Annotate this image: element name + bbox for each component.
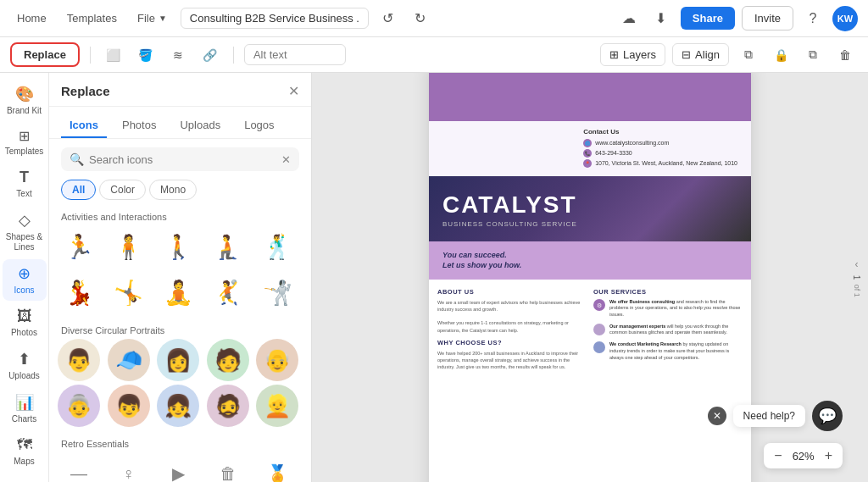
zoom-controls: − 62% + bbox=[764, 443, 843, 468]
group-icon[interactable]: ⧉ bbox=[736, 42, 761, 68]
portrait-item[interactable]: 🧑 bbox=[207, 339, 249, 381]
page-up-arrow[interactable]: ‹ bbox=[855, 258, 859, 269]
portrait-item[interactable]: 👴 bbox=[256, 339, 298, 381]
portrait-item[interactable]: 👩 bbox=[157, 339, 199, 381]
help-chat-button[interactable]: 💬 bbox=[812, 401, 843, 431]
opacity-icon[interactable]: ≋ bbox=[165, 42, 191, 68]
icon-item[interactable]: 🕺 bbox=[256, 225, 298, 268]
copy-icon[interactable]: ⧉ bbox=[800, 42, 826, 68]
sidebar-item-brand-kit[interactable]: 🎨 Brand Kit bbox=[3, 80, 47, 121]
sidebar-item-uploads[interactable]: ⬆ Uploads bbox=[3, 345, 47, 386]
help-close-button[interactable]: ✕ bbox=[708, 407, 726, 425]
align-button[interactable]: ⊟ Align bbox=[672, 43, 729, 66]
icon-item[interactable]: 🏃 bbox=[58, 225, 100, 268]
sidebar-item-templates[interactable]: ⊞ Templates bbox=[3, 123, 47, 162]
fill-icon[interactable]: 🪣 bbox=[133, 42, 159, 68]
doc-service-3: We conduct Marketing Research by staying… bbox=[593, 341, 743, 361]
doc-left-col: ABOUT US We are a small team of expert a… bbox=[437, 288, 587, 376]
tab-logos[interactable]: Logos bbox=[236, 114, 282, 138]
portrait-item[interactable]: 👧 bbox=[157, 385, 199, 427]
replace-button-active[interactable]: Replace bbox=[10, 42, 80, 67]
sidebar-item-charts-label: Charts bbox=[12, 414, 36, 424]
icon-item[interactable]: 🤸 bbox=[108, 271, 150, 313]
sidebar-item-photos[interactable]: 🖼 Photos bbox=[3, 302, 47, 343]
retro-icon-item[interactable]: ▶ bbox=[157, 452, 199, 482]
sidebar-item-text-label: Text bbox=[16, 189, 31, 199]
tab-uploads[interactable]: Uploads bbox=[171, 114, 229, 138]
toolbar-divider-2 bbox=[233, 47, 234, 64]
portrait-item[interactable]: 🧢 bbox=[108, 339, 150, 381]
retro-icon-item[interactable]: — bbox=[58, 452, 100, 482]
download-button[interactable]: ⬇ bbox=[648, 6, 674, 31]
website-icon: 🌐 bbox=[583, 139, 592, 147]
delete-icon[interactable]: 🗑 bbox=[832, 42, 858, 68]
tab-icons[interactable]: Icons bbox=[61, 114, 107, 138]
service-2-icon bbox=[593, 324, 605, 335]
share-button[interactable]: Share bbox=[681, 7, 735, 30]
document-title-input[interactable] bbox=[181, 8, 369, 29]
icon-item[interactable]: 🧘 bbox=[157, 271, 199, 313]
sidebar-item-charts[interactable]: 📊 Charts bbox=[3, 388, 47, 429]
icon-item[interactable]: 🤾 bbox=[207, 271, 249, 313]
doc-hero-title: CATALYST bbox=[442, 193, 737, 217]
sidebar-item-shapes[interactable]: ◇ Shapes & Lines bbox=[3, 206, 47, 258]
sidebar-item-maps-label: Maps bbox=[14, 457, 34, 467]
alt-text-input[interactable] bbox=[244, 44, 346, 65]
svg-point-3 bbox=[596, 344, 603, 351]
cloud-icon[interactable]: ☁ bbox=[616, 6, 642, 31]
sidebar-item-text[interactable]: T Text bbox=[3, 163, 47, 204]
zoom-plus-button[interactable]: + bbox=[821, 446, 836, 465]
icon-item[interactable]: 🧎 bbox=[207, 225, 249, 268]
service-3-text: We conduct Marketing Research by staying… bbox=[609, 341, 743, 361]
retro-icon-item[interactable]: 🏅 bbox=[256, 452, 298, 482]
tab-photos[interactable]: Photos bbox=[114, 114, 164, 138]
doc-why-title: WHY CHOOSE US? bbox=[437, 339, 587, 346]
help-text: Need help? bbox=[733, 405, 805, 427]
portrait-item[interactable]: 👵 bbox=[58, 385, 100, 427]
doc-address-row: 📍 1070, Victoria St. West, Auckland, New… bbox=[583, 159, 737, 168]
search-clear-icon[interactable]: ✕ bbox=[281, 153, 291, 166]
redo-button[interactable]: ↻ bbox=[408, 6, 433, 31]
doc-body: ABOUT US We are a small team of expert a… bbox=[429, 280, 751, 385]
doc-website-row: 🌐 www.catalystconsulting.com bbox=[583, 139, 737, 147]
panel-close-button[interactable]: ✕ bbox=[288, 83, 299, 99]
retro-icon-item[interactable]: 🗑 bbox=[207, 452, 249, 482]
nav-home[interactable]: Home bbox=[10, 8, 53, 28]
filter-mono[interactable]: Mono bbox=[149, 180, 197, 200]
undo-button[interactable]: ↺ bbox=[376, 6, 401, 31]
help-icon[interactable]: ? bbox=[800, 6, 826, 31]
sidebar-item-icons-label: Icons bbox=[14, 285, 35, 296]
portrait-item[interactable]: 👱 bbox=[256, 385, 298, 427]
retro-icon-item[interactable]: ♀ bbox=[108, 452, 150, 482]
invite-button[interactable]: Invite bbox=[742, 6, 793, 30]
lock-icon[interactable]: 🔒 bbox=[768, 42, 793, 68]
filter-tabs: All Color Mono bbox=[49, 180, 311, 207]
frame-icon[interactable]: ⬜ bbox=[101, 42, 126, 68]
templates-icon: ⊞ bbox=[19, 128, 30, 144]
sidebar-item-maps[interactable]: 🗺 Maps bbox=[3, 431, 47, 472]
nav-file[interactable]: File ▼ bbox=[131, 8, 174, 28]
doc-why-text: We have helped 200+ small businesses in … bbox=[437, 350, 587, 371]
nav-templates[interactable]: Templates bbox=[60, 8, 124, 28]
zoom-minus-button[interactable]: − bbox=[771, 446, 785, 465]
doc-service-1: ⚙ We offer Business consulting and resea… bbox=[593, 299, 743, 319]
layers-button[interactable]: ⊞ Layers bbox=[600, 43, 665, 66]
doc-tagline-text: You can succeed.Let us show you how. bbox=[442, 250, 737, 271]
sidebar-item-qr[interactable]: ⊞ QR Code bbox=[3, 474, 47, 482]
phone-icon: 📞 bbox=[583, 149, 592, 158]
avatar[interactable]: KW bbox=[832, 6, 858, 31]
portrait-item[interactable]: 🧔 bbox=[207, 385, 249, 427]
icon-item[interactable]: 🧍 bbox=[108, 225, 150, 268]
search-input[interactable] bbox=[89, 153, 276, 166]
filter-all[interactable]: All bbox=[61, 180, 96, 200]
icon-item[interactable]: 🤺 bbox=[256, 271, 298, 313]
link-icon[interactable]: 🔗 bbox=[198, 42, 223, 68]
service-3-icon bbox=[593, 341, 605, 353]
icon-item[interactable]: 🚶 bbox=[157, 225, 199, 268]
filter-color[interactable]: Color bbox=[99, 180, 146, 200]
portrait-item[interactable]: 👨 bbox=[58, 339, 100, 381]
sidebar-item-icons[interactable]: ⊕ Icons bbox=[3, 259, 47, 301]
icon-item[interactable]: 💃 bbox=[58, 271, 100, 313]
portrait-item[interactable]: 👦 bbox=[108, 385, 150, 427]
canvas-area: Contact Us 🌐 www.catalystconsulting.com … bbox=[312, 73, 868, 482]
